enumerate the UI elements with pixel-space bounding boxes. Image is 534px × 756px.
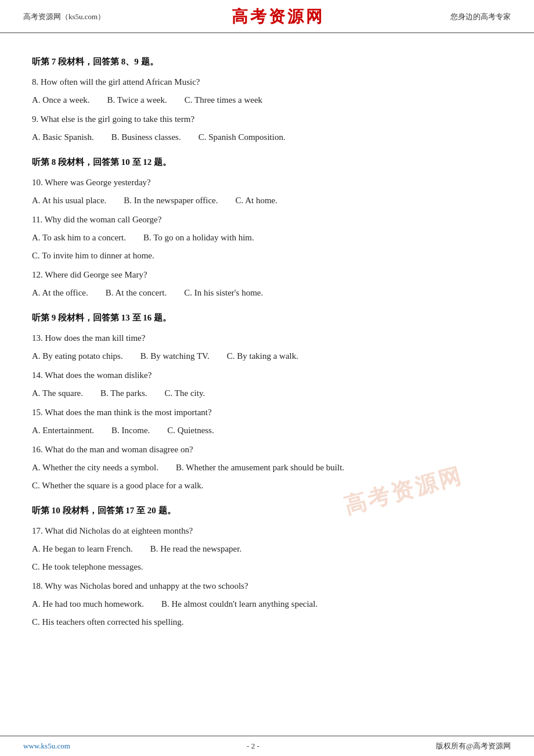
section-title-section7: 听第 7 段材料，回答第 8、9 题。 [32,54,502,70]
question-text-q12: 12. Where did George see Mary? [32,267,502,283]
option-q9-0: A. Basic Spanish. [32,129,94,145]
options-row-q15: A. Entertainment.B. Income.C. Quietness. [32,423,502,438]
section-title-section8: 听第 8 段材料，回答第 10 至 12 题。 [32,154,502,170]
option-q13-2: C. By taking a walk. [227,348,298,364]
options-row-q14: A. The square.B. The parks.C. The city. [32,386,502,401]
section-title-section10: 听第 10 段材料，回答第 17 至 20 题。 [32,503,502,519]
option-q14-1: B. The parks. [100,386,147,401]
question-q12: 12. Where did George see Mary?A. At the … [32,267,502,301]
question-q18: 18. Why was Nicholas bored and unhappy a… [32,578,502,630]
option-q13-1: B. By watching TV. [140,348,210,364]
question-q14: 14. What does the woman dislike?A. The s… [32,368,502,401]
question-q15: 15. What does the man think is the most … [32,405,502,438]
option-q16-0: A. Whether the city needs a symbol. [32,460,158,476]
options-row-q18-1: A. He had too much homework.B. He almost… [32,596,502,612]
question-q11: 11. Why did the woman call George?A. To … [32,212,502,264]
option-q18-2: C. His teachers often corrected his spel… [32,614,502,630]
question-text-q13: 13. How does the man kill time? [32,330,502,346]
footer: www.ks5u.com - 2 - 版权所有@高考资源网 [0,736,534,756]
option-q8-0: A. Once a week. [32,92,90,108]
option-q10-1: B. In the newspaper office. [124,193,218,208]
header-left: 高考资源网（ks5u.com） [23,12,105,22]
section-title-section9: 听第 9 段材料，回答第 13 至 16 题。 [32,310,502,326]
option-q15-2: C. Quietness. [167,423,214,438]
options-row-q8: A. Once a week.B. Twice a week.C. Three … [32,92,502,108]
question-q17: 17. What did Nicholas do at eighteen mon… [32,523,502,575]
option-q8-1: B. Twice a week. [107,92,167,108]
option-q11-2: C. To invite him to dinner at home. [32,248,502,264]
question-text-q17: 17. What did Nicholas do at eighteen mon… [32,523,502,539]
options-row-q12: A. At the office.B. At the concert.C. In… [32,285,502,301]
question-q10: 10. Where was George yesterday?A. At his… [32,175,502,208]
option-q18-1: B. He almost couldn't learn anything spe… [161,596,317,612]
question-text-q10: 10. Where was George yesterday? [32,175,502,190]
question-text-q14: 14. What does the woman dislike? [32,368,502,383]
question-text-q15: 15. What does the man think is the most … [32,405,502,420]
options-row-q16-1: A. Whether the city needs a symbol.B. Wh… [32,460,502,476]
options-row-q11-1: A. To ask him to a concert.B. To go on a… [32,230,502,246]
question-text-q8: 8. How often will the girl attend Africa… [32,74,502,90]
option-q9-2: C. Spanish Composition. [199,129,286,145]
option-q10-2: C. At home. [236,193,278,208]
footer-center: - 2 - [247,741,259,751]
question-text-q16: 16. What do the man and woman disagree o… [32,442,502,458]
question-q8: 8. How often will the girl attend Africa… [32,74,502,108]
options-row-q10: A. At his usual place.B. In the newspape… [32,193,502,208]
header-center: 高考资源网 [232,6,324,28]
option-q10-0: A. At his usual place. [32,193,106,208]
option-q11-1: B. To go on a holiday with him. [143,230,254,246]
option-q12-2: C. In his sister's home. [184,285,263,301]
header: 高考资源网（ks5u.com） 高考资源网 您身边的高考专家 [0,0,534,33]
question-q16: 16. What do the man and woman disagree o… [32,442,502,494]
footer-left: www.ks5u.com [23,741,70,751]
option-q18-0: A. He had too much homework. [32,596,144,612]
option-q15-1: B. Income. [111,423,150,438]
header-right: 您身边的高考专家 [450,12,511,22]
page-wrapper: 高考资源网（ks5u.com） 高考资源网 您身边的高考专家 听第 7 段材料，… [0,0,534,756]
question-q9: 9. What else is the girl going to take t… [32,111,502,145]
option-q16-1: B. Whether the amusement park should be … [176,460,344,476]
option-q12-1: B. At the concert. [106,285,167,301]
option-q17-2: C. He took telephone messages. [32,559,502,575]
question-text-q11: 11. Why did the woman call George? [32,212,502,228]
question-q13: 13. How does the man kill time?A. By eat… [32,330,502,364]
options-row-q13: A. By eating potato chips.B. By watching… [32,348,502,364]
option-q16-2: C. Whether the square is a good place fo… [32,478,502,494]
footer-right: 版权所有@高考资源网 [436,741,511,751]
options-row-q9: A. Basic Spanish.B. Business classes.C. … [32,129,502,145]
option-q15-0: A. Entertainment. [32,423,94,438]
option-q14-0: A. The square. [32,386,83,401]
option-q12-0: A. At the office. [32,285,88,301]
main-content: 听第 7 段材料，回答第 8、9 题。8. How often will the… [0,33,534,668]
question-text-q9: 9. What else is the girl going to take t… [32,111,502,127]
option-q9-1: B. Business classes. [111,129,181,145]
option-q8-2: C. Three times a week [185,92,262,108]
option-q17-1: B. He read the newspaper. [150,541,241,557]
option-q17-0: A. He began to learn French. [32,541,133,557]
option-q11-0: A. To ask him to a concert. [32,230,126,246]
question-text-q18: 18. Why was Nicholas bored and unhappy a… [32,578,502,594]
option-q14-2: C. The city. [165,386,205,401]
options-row-q17-1: A. He began to learn French.B. He read t… [32,541,502,557]
option-q13-0: A. By eating potato chips. [32,348,123,364]
